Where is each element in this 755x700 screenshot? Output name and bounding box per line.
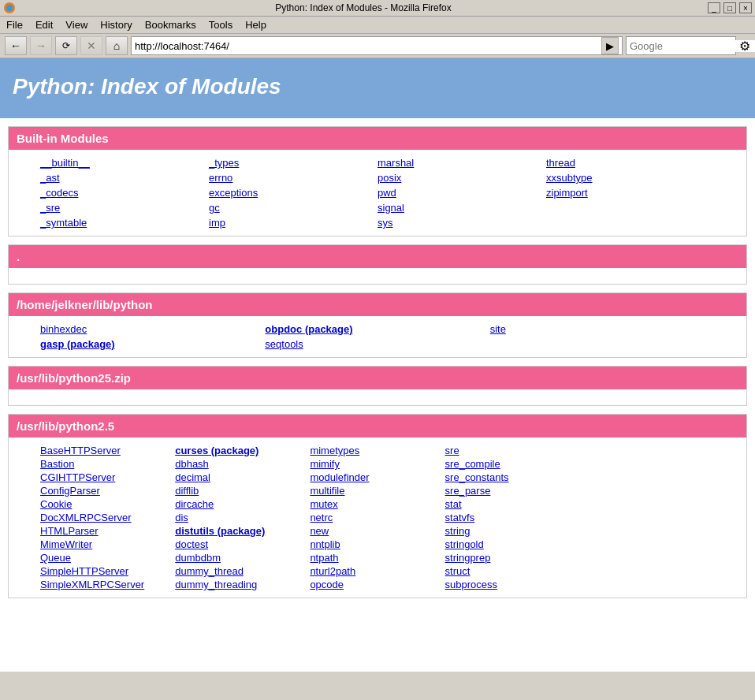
python25-section: /usr/lib/python2.5 BaseHTTPServer Bastio…	[8, 414, 747, 598]
module-link[interactable]: netrc	[310, 511, 444, 524]
module-link[interactable]: opcode	[310, 578, 444, 591]
module-link[interactable]: string	[445, 524, 580, 538]
module-link[interactable]: xxsubtype	[546, 171, 715, 184]
back-button[interactable]: ←	[5, 36, 27, 55]
module-link[interactable]: nntplib	[310, 538, 444, 551]
module-link[interactable]: zipimport	[546, 186, 715, 199]
module-link[interactable]: Queue	[40, 551, 175, 564]
url-input[interactable]	[135, 40, 601, 52]
menu-bookmarks[interactable]: Bookmarks	[142, 18, 199, 32]
module-link[interactable]: ntpath	[310, 551, 444, 564]
module-link[interactable]: mimetypes	[310, 444, 444, 457]
maximize-button[interactable]: □	[723, 2, 736, 13]
module-link[interactable]: curses (package)	[175, 444, 310, 457]
module-col-1: BaseHTTPServer Bastion CGIHTTPServer Con…	[40, 444, 175, 591]
module-link[interactable]: stat	[445, 497, 580, 511]
search-box[interactable]: 🔍	[626, 36, 736, 55]
module-link[interactable]: _sre	[40, 201, 209, 214]
module-link[interactable]: errno	[209, 171, 378, 184]
module-link[interactable]: imp	[209, 216, 378, 229]
module-link[interactable]: posix	[378, 171, 546, 184]
module-link[interactable]: CGIHTTPServer	[40, 471, 175, 484]
module-link[interactable]: sys	[378, 216, 546, 229]
module-link[interactable]: ConfigParser	[40, 484, 175, 497]
module-link[interactable]: obpdoc (package)	[265, 322, 489, 336]
module-link[interactable]: dis	[175, 511, 310, 524]
home-button[interactable]: ⌂	[106, 36, 128, 55]
menu-file[interactable]: File	[3, 18, 26, 32]
module-link[interactable]: dircache	[175, 497, 310, 511]
zip-section-content	[9, 389, 746, 405]
menubar: File Edit View History Bookmarks Tools H…	[0, 17, 755, 34]
module-link[interactable]: dbhash	[175, 457, 310, 471]
module-link[interactable]: dumbdbm	[175, 551, 310, 564]
python25-section-header: /usr/lib/python2.5	[9, 415, 746, 438]
module-link[interactable]: BaseHTTPServer	[40, 444, 175, 457]
module-link[interactable]: exceptions	[209, 186, 378, 199]
module-link[interactable]: dummy_threading	[175, 578, 310, 591]
module-link[interactable]: distutils (package)	[175, 524, 310, 538]
module-link[interactable]: statvfs	[445, 511, 580, 524]
module-link[interactable]: stringold	[445, 538, 580, 551]
module-link[interactable]: binhexdec	[40, 322, 265, 336]
address-bar[interactable]: ▶	[131, 36, 623, 55]
module-link[interactable]: DocXMLRPCServer	[40, 511, 175, 524]
module-link[interactable]: gc	[209, 201, 378, 214]
module-link[interactable]: gasp (package)	[40, 337, 265, 351]
module-link[interactable]: mimify	[310, 457, 444, 471]
module-link[interactable]: decimal	[175, 471, 310, 484]
module-link[interactable]: Cookie	[40, 497, 175, 511]
browser-title: Python: Index of Modules - Mozilla Firef…	[19, 2, 708, 13]
module-link[interactable]: signal	[378, 201, 546, 214]
minimize-button[interactable]: _	[708, 2, 720, 13]
module-link[interactable]: multifile	[310, 484, 444, 497]
refresh-button[interactable]: ⟳	[55, 36, 77, 55]
module-link[interactable]: struct	[445, 564, 580, 578]
module-link[interactable]	[546, 216, 715, 229]
module-link[interactable]: new	[310, 524, 444, 538]
module-link[interactable]: sre_parse	[445, 484, 580, 497]
module-link[interactable]: marshal	[378, 156, 546, 169]
module-link[interactable]: difflib	[175, 484, 310, 497]
menu-tools[interactable]: Tools	[206, 18, 236, 32]
module-link[interactable]	[546, 201, 715, 214]
module-link[interactable]: __builtin__	[40, 156, 209, 169]
module-link[interactable]: Bastion	[40, 457, 175, 471]
stop-button[interactable]: ✕	[80, 36, 102, 55]
module-link[interactable]: nturl2path	[310, 564, 444, 578]
module-link[interactable]: MimeWriter	[40, 538, 175, 551]
module-link[interactable]: seqtools	[265, 337, 489, 351]
menu-edit[interactable]: Edit	[32, 18, 56, 32]
module-link[interactable]: sre_constants	[445, 471, 580, 484]
module-link[interactable]: sre_compile	[445, 457, 580, 471]
module-link[interactable]: pwd	[378, 186, 546, 199]
forward-button[interactable]: →	[30, 36, 52, 55]
module-col-2: curses (package) dbhash decimal difflib …	[175, 444, 310, 591]
module-link[interactable]: mutex	[310, 497, 444, 511]
module-link[interactable]: _ast	[40, 171, 209, 184]
module-link[interactable]: site	[490, 322, 715, 336]
module-link[interactable]: dummy_thread	[175, 564, 310, 578]
close-button[interactable]: ×	[739, 2, 752, 13]
menu-history[interactable]: History	[97, 18, 135, 32]
module-link[interactable]: _symtable	[40, 216, 209, 229]
module-link[interactable]: HTMLParser	[40, 524, 175, 538]
module-link[interactable]: subprocess	[445, 578, 580, 591]
module-link[interactable]: modulefinder	[310, 471, 444, 484]
python25-section-content: BaseHTTPServer Bastion CGIHTTPServer Con…	[9, 438, 746, 598]
module-link[interactable]: sre	[445, 444, 580, 457]
module-link[interactable]: stringprep	[445, 551, 580, 564]
module-link[interactable]: thread	[546, 156, 715, 169]
module-link[interactable]: _codecs	[40, 186, 209, 199]
module-link[interactable]: doctest	[175, 538, 310, 551]
menu-help[interactable]: Help	[242, 18, 270, 32]
module-link[interactable]: SimpleHTTPServer	[40, 564, 175, 578]
module-link[interactable]	[490, 337, 715, 351]
go-button[interactable]: ▶	[601, 37, 619, 54]
search-input[interactable]	[630, 40, 755, 52]
menu-view[interactable]: View	[62, 18, 91, 32]
browser-toolbar: ← → ⟳ ✕ ⌂ ▶ 🔍 ⚙	[0, 34, 755, 58]
module-link[interactable]: SimpleXMLRPCServer	[40, 578, 175, 591]
module-link[interactable]: _types	[209, 156, 378, 169]
builtin-module-grid: __builtin__ _types marshal thread _ast e…	[40, 156, 715, 229]
